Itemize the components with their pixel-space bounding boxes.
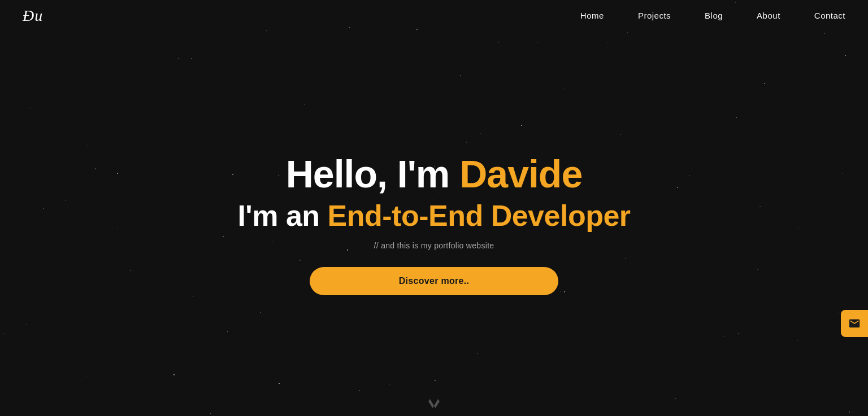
nav-link-contact[interactable]: Contact [814,11,845,20]
email-fab-button[interactable] [841,310,868,337]
bottom-scroll-indicator [426,398,442,411]
hero-section: Hello, I'm Davide I'm an End-to-End Deve… [0,32,868,416]
subtitle-prefix: I'm an [237,199,327,232]
nav-item-home[interactable]: Home [580,11,604,21]
nuxt-logo-icon [426,398,442,409]
nav-link-about[interactable]: About [757,11,780,20]
hero-subtitle: I'm an End-to-End Developer [237,200,630,232]
greeting-prefix: Hello, I'm [286,152,459,195]
nav-links-list: Home Projects Blog About Contact [580,11,845,21]
nav-item-contact[interactable]: Contact [814,11,845,21]
main-navigation: Ðu Home Projects Blog About Contact [0,0,868,32]
hero-greeting: Hello, I'm Davide [286,153,582,195]
site-logo[interactable]: Ðu [23,7,43,25]
subtitle-highlight: End-to-End Developer [328,199,631,232]
nav-link-home[interactable]: Home [580,11,604,20]
nav-item-about[interactable]: About [757,11,780,21]
hero-tagline: // and this is my portfolio website [374,241,494,250]
discover-button[interactable]: Discover more.. [310,267,558,295]
nav-item-blog[interactable]: Blog [705,11,723,21]
nav-link-blog[interactable]: Blog [705,11,723,20]
hero-name: Davide [459,152,582,195]
nav-link-projects[interactable]: Projects [638,11,671,20]
email-icon [848,317,861,330]
nav-item-projects[interactable]: Projects [638,11,671,21]
svg-point-0 [857,325,858,326]
